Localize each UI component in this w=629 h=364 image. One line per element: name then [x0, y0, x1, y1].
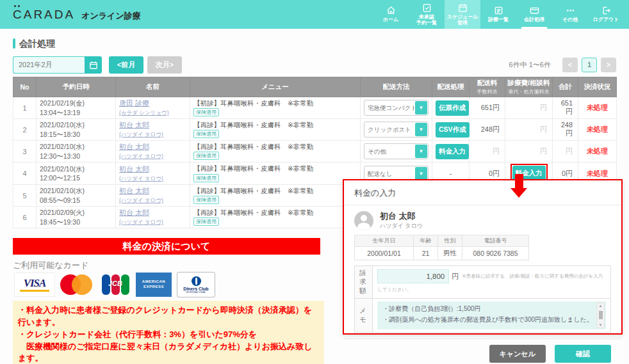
nav-consultation-list[interactable]: 診療一覧: [480, 0, 516, 29]
patient-name-link[interactable]: 初台 太郎: [119, 208, 149, 218]
pagination: 6件中 1〜6件 < 1 >: [509, 58, 616, 72]
insurance-badge: 保険適用: [193, 218, 219, 226]
modal-footer: キャンセル 確認: [344, 338, 621, 363]
credit-card-icon: [530, 6, 539, 15]
nav-home[interactable]: ホーム: [373, 0, 409, 29]
table-row: 1 2021/02/19(金)13:04〜13:19 唐田 診療(カラダ シンリ…: [13, 97, 617, 119]
col-name: 名前: [116, 77, 190, 97]
patient-kana-link[interactable]: (ハツダイ タロウ): [119, 175, 163, 183]
fee-input-button[interactable]: 料金入力: [436, 144, 469, 159]
nav-unapproved-reservations[interactable]: 未承認予約一覧: [409, 0, 445, 29]
info-col-gender: 性別: [438, 235, 462, 247]
patient-name-link[interactable]: 初台 太郎: [119, 142, 149, 152]
accounting-page: CARADA オンライン診療 ホーム 未承認予約一覧 スケジュール管理 診療一覧: [0, 0, 629, 364]
status-badge: 未処理: [578, 97, 617, 119]
scroll-thumb[interactable]: [599, 311, 603, 319]
next-month-button[interactable]: 次月>: [147, 56, 182, 74]
confirm-button[interactable]: 確認: [555, 345, 611, 363]
app-logo: CARADA オンライン診療: [13, 8, 141, 22]
chevron-down-icon: ▼: [415, 123, 427, 136]
filter-controls: 2021年2月 <前月 次月> 6件中 1〜6件 < 1 >: [13, 56, 616, 74]
col-menu: メニュー: [190, 77, 361, 97]
patient-kana-link[interactable]: (ハツダイ タロウ): [119, 219, 163, 226]
info-col-birthdate: 生年月日: [355, 235, 414, 247]
home-icon: [386, 6, 396, 15]
jcb-logo: JCB: [99, 273, 132, 297]
nav-accounting-label: 会計処理: [524, 17, 544, 22]
month-input[interactable]: 2021年2月: [13, 56, 85, 74]
patient-gender: 男性: [438, 247, 462, 260]
nav-home-label: ホーム: [383, 17, 398, 22]
table-row: 2 2021/02/10(水)18:15〜18:30 初台 太郎(ハツダイ タロ…: [13, 119, 617, 141]
patient-name-link[interactable]: 唐田 診療: [119, 99, 149, 108]
chevron-down-icon: ▼: [415, 145, 427, 158]
col-datetime: 予約日時: [37, 77, 116, 97]
patient-age: 21: [414, 247, 438, 260]
billing-amount-input[interactable]: 1,800: [377, 269, 449, 283]
pagination-summary: 6件中 1〜6件: [509, 60, 551, 70]
create-csv-button[interactable]: CSV作成: [436, 122, 470, 138]
patient-name-link[interactable]: 初台 太郎: [119, 164, 149, 174]
nav-schedule[interactable]: スケジュール管理: [445, 0, 480, 29]
chevron-down-icon: ▼: [415, 167, 427, 180]
patient-kana-link[interactable]: (カラダ シンリョウ): [119, 109, 169, 117]
app-header: CARADA オンライン診療 ホーム 未承認予約一覧 スケジュール管理 診療一覧: [0, 0, 629, 29]
pagination-next-button[interactable]: >: [601, 58, 616, 72]
nav-accounting[interactable]: 会計処理: [516, 0, 552, 29]
prev-month-button[interactable]: <前月: [109, 56, 143, 74]
ellipsis-icon: [566, 6, 575, 15]
patient-phone: 080 9026 7385: [462, 247, 529, 260]
cancel-button[interactable]: キャンセル: [489, 345, 546, 363]
patient-kana-link[interactable]: (ハツダイ タロウ): [119, 131, 163, 139]
patient-name-link[interactable]: 初台 太郎: [119, 186, 149, 196]
patient-summary: 初台 太郎 ハツダイ タロウ: [354, 211, 611, 230]
nav-logout[interactable]: ログアウト: [588, 0, 624, 29]
patient-name-link[interactable]: 初台 太郎: [119, 120, 149, 130]
fee-input-modal: 料金の入力 初台 太郎 ハツダイ タロウ 生年月日 年齢 性別 電話番号 200…: [343, 179, 623, 335]
scroll-down-icon[interactable]: ▼: [597, 323, 604, 327]
main-nav: ホーム 未承認予約一覧 スケジュール管理 診療一覧 会計処理 その他: [373, 0, 624, 29]
col-no: No: [13, 77, 37, 97]
card-logos: VISA JCB AMERICAN EXPRESS Diners Club IN…: [14, 272, 215, 297]
status-badge: 未処理: [578, 141, 617, 162]
diners-club-logo: Diners Club INTERNATIONAL: [177, 272, 215, 297]
col-status: 決済状況: [578, 77, 617, 97]
delivery-method-select[interactable]: 宅急便コンパクト▼: [364, 100, 429, 116]
pagination-page-1[interactable]: 1: [582, 58, 597, 72]
fee-form: 請求額 1,800円※患者様に請求する、診療/相談・処方に関する費用の合計を入力…: [354, 265, 611, 333]
scroll-up-icon[interactable]: ▲: [597, 304, 604, 308]
memo-textarea[interactable]: ・診察費（自己負担3割）:1,500円 ・調剤薬局への処方箋原本の郵送費及び手数…: [377, 301, 606, 329]
nav-consultation-label: 診療一覧: [488, 17, 509, 22]
delivery-method-select[interactable]: その他▼: [364, 143, 429, 159]
memo-label: メモ: [355, 299, 373, 333]
col-shipping: 配送料手数料含: [470, 77, 505, 97]
delivery-method-select[interactable]: クリックポスト▼: [364, 122, 429, 138]
insurance-badge: 保険適用: [193, 152, 219, 160]
pagination-prev-button[interactable]: <: [562, 58, 578, 72]
patient-kana: ハツダイ タロウ: [380, 222, 423, 230]
nav-unapproved-label: 未承認: [419, 14, 434, 20]
calendar-picker-button[interactable]: [85, 56, 102, 74]
logout-icon: [601, 6, 611, 15]
list-icon: [494, 6, 503, 15]
patient-name: 初台 太郎: [380, 211, 423, 221]
logo-text: CARADA: [13, 8, 75, 21]
insurance-badge: 保険適用: [193, 196, 219, 204]
patient-kana-link[interactable]: (ハツダイ タロウ): [119, 153, 163, 161]
col-delivery: 配送方法: [361, 77, 432, 97]
patient-kana-link[interactable]: (ハツダイ タロウ): [119, 197, 163, 205]
visa-logo: VISA: [14, 273, 55, 297]
patient-birthdate: 2000/01/01: [355, 247, 414, 260]
modal-title: 料金の入力: [344, 180, 621, 205]
billing-amount-unit: 円: [452, 273, 459, 280]
nav-others[interactable]: その他: [552, 0, 588, 29]
billing-amount-label: 請求額: [355, 266, 373, 299]
page-title: 会計処理: [13, 38, 55, 50]
nav-schedule-label: スケジュール: [447, 14, 478, 20]
accepted-cards-label: ご利用可能なカード: [13, 260, 88, 271]
month-picker: 2021年2月: [13, 56, 102, 74]
amex-logo: AMERICAN EXPRESS: [136, 273, 172, 297]
memo-scrollbar[interactable]: ▲ ▼: [596, 303, 605, 328]
payment-notes: ・料金入力時に患者様ご登録のクレジットカードから即時決済（決済承認）を行います。…: [13, 301, 324, 364]
create-slip-button[interactable]: 伝票作成: [436, 100, 469, 116]
